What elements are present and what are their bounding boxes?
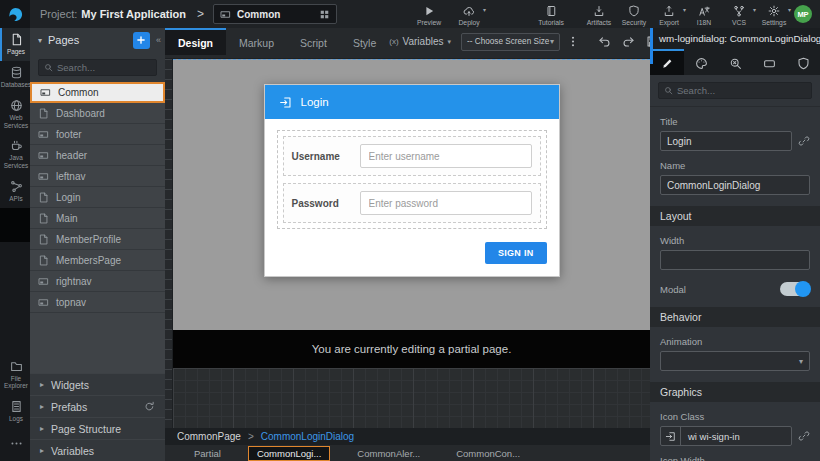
page-list-item[interactable]: MembersPage [30,250,165,271]
behavior-section-header: Behavior [650,307,820,327]
name-field: Name [650,160,820,195]
sign-in-button[interactable]: SIGN IN [485,242,547,264]
panel-section-header[interactable]: Widgets [30,373,165,395]
topbar-action-icon [423,5,435,17]
rail-item-icon [10,139,23,152]
page-list-item[interactable]: rightnav [30,271,165,292]
password-row[interactable]: Password [283,183,541,223]
page-list-item[interactable]: leftnav [30,166,165,187]
screen-size-select[interactable]: -- Choose Screen Size -- [461,33,560,51]
panel-section-header[interactable]: Prefabs [30,395,165,417]
login-dialog[interactable]: Login Username Password [264,84,560,277]
redo-icon[interactable] [622,35,635,48]
partial-icon [220,9,231,20]
name-field-input[interactable] [660,175,810,195]
width-field-input[interactable] [660,250,810,270]
username-row[interactable]: Username [283,136,541,176]
editor-tab[interactable]: Script [287,28,340,55]
editor-tab[interactable]: Markup [226,28,287,55]
password-input[interactable] [360,191,532,215]
editor-tabs: Design Markup Script Style [165,28,389,55]
variables-dropdown[interactable]: Variables [389,36,451,47]
rail-item[interactable]: Databases [0,61,30,94]
width-field-label: Width [660,235,810,246]
bottom-tab[interactable]: CommonCon... [447,446,529,461]
page-selector-dropdown[interactable]: Common [213,4,337,24]
pages-search-input[interactable] [57,62,151,73]
variables-icon [389,37,398,46]
page-list-item[interactable]: Login [30,187,165,208]
undo-icon[interactable] [598,35,611,48]
bind-link-icon[interactable] [798,135,810,147]
page-list-item[interactable]: Main [30,208,165,229]
topbar-right-actions: Artifacts Security Export I18N VCS Setti… [585,3,788,26]
inspector-tab[interactable] [718,49,752,75]
rail-item[interactable]: Pages [0,28,30,61]
refresh-icon[interactable] [144,401,155,412]
page-type-icon [40,87,51,98]
bottom-tab[interactable]: CommonAler... [348,446,429,461]
page-canvas[interactable]: Login Username Password [173,59,650,330]
title-field-input[interactable] [660,131,792,151]
rail-item[interactable]: File Explorer [0,355,30,395]
inspector-tab[interactable] [684,49,718,75]
page-list-item[interactable]: header [30,145,165,166]
canvas-toolbar: Design Markup Script Style Variables -- … [165,28,650,55]
topbar-action-button[interactable]: Settings [760,3,788,26]
login-form-outline[interactable]: Username Password [277,130,547,229]
topbar-action-button[interactable]: Tutorials [537,3,565,26]
bind-link-icon[interactable] [798,430,810,442]
icon-class-input[interactable]: wi wi-sign-in [660,426,792,446]
page-list-item[interactable]: Common [30,82,165,103]
more-options-icon[interactable] [567,35,579,48]
app-logo[interactable] [0,0,30,28]
topbar-action-button[interactable]: I18N [690,3,718,26]
page-list-item[interactable]: MemberProfile [30,229,165,250]
rail-item-icon [10,180,23,193]
password-label: Password [292,198,352,209]
bottom-tab[interactable]: Partial [185,446,230,461]
username-input[interactable] [360,144,532,168]
caret-right-icon [40,446,44,455]
inspector-tab[interactable] [786,49,820,75]
editor-tab[interactable]: Style [340,28,389,55]
animation-field: Animation [650,336,820,371]
topbar-action-icon [698,5,710,17]
caret-down-icon[interactable] [38,36,42,45]
modal-toggle[interactable] [780,282,810,296]
pages-search [38,59,157,76]
pages-search-wrap [30,52,165,82]
topbar-action-button[interactable]: Artifacts [585,3,613,26]
topbar-action-button[interactable]: Security [620,3,648,26]
topbar-action-button[interactable]: Export [655,3,683,26]
topbar-action-button[interactable]: VCS [725,3,753,26]
rail-item[interactable]: Java Services [0,134,30,174]
inspector-search-wrap [650,75,820,107]
user-avatar[interactable]: MP [794,5,812,23]
canvas-column: Design Markup Script Style Variables -- … [165,28,650,461]
topbar-action-button[interactable]: Deploy [455,3,483,26]
inspector-search-input[interactable] [677,85,806,96]
username-label: Username [292,151,352,162]
inspector-tab[interactable] [752,49,786,75]
breadcrumb-item[interactable]: CommonLoginDialog [261,431,354,442]
rail-item[interactable]: APIs [0,175,30,208]
inspector-tab[interactable] [650,49,684,75]
editor-tab[interactable]: Design [165,28,226,55]
page-list-item[interactable]: footer [30,124,165,145]
bottom-tab[interactable]: CommonLogi... [248,446,330,461]
animation-select[interactable] [660,351,810,371]
breadcrumb-item[interactable]: CommonPage [177,431,261,442]
modal-field-label: Modal [660,284,686,295]
rail-item[interactable]: Logs [0,395,30,428]
page-list-item[interactable]: Dashboard [30,103,165,124]
panel-section-header[interactable]: Page Structure [30,417,165,439]
rail-item[interactable]: Web Services [0,94,30,134]
rail-item[interactable] [0,428,30,461]
topbar-action-button[interactable]: Preview [415,3,443,26]
add-page-button[interactable] [133,32,150,49]
panel-section-header[interactable]: Variables [30,439,165,461]
page-type-icon [38,192,49,203]
collapse-panel-icon[interactable] [156,35,161,45]
page-list-item[interactable]: topnav [30,292,165,313]
